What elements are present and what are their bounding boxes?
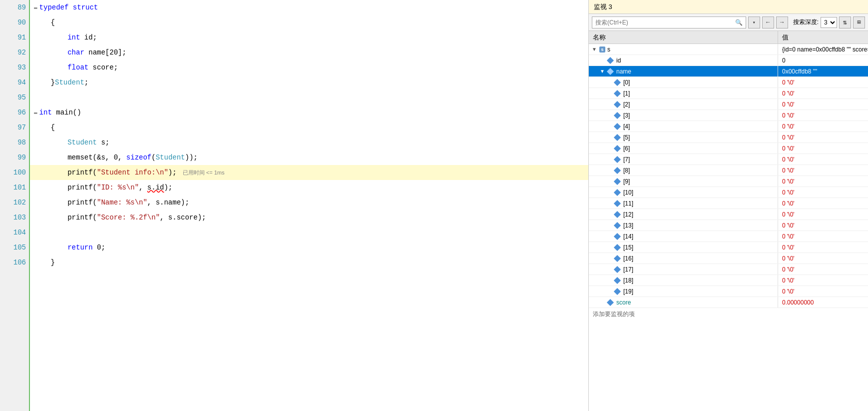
search-dropdown-btn[interactable]: ▾ [748,16,760,28]
watch-row-17[interactable]: [17] 0 '\0' [589,264,868,275]
watch-row-12[interactable]: [12] 0 '\0' [589,209,868,220]
line-100: 100 [13,165,26,180]
filter-btn[interactable]: ⇅ [839,16,851,28]
watch-row-3[interactable]: [3] 0 '\0' [589,110,868,121]
line-94: 94 [17,75,26,90]
code-line-106: } [30,255,588,270]
watch-row-id[interactable]: ▶ id 0 [589,55,868,66]
watch-row-name[interactable]: ▼ name 0x00cffdb8 "" [589,66,868,77]
line-101: 101 [13,180,26,195]
code-line-93: float score; [30,60,588,75]
watch-header: 名称 值 [589,31,868,44]
watch-name-1: [1] [589,88,778,98]
line-102: 102 [13,195,26,210]
code-line-97: { [30,120,588,135]
watch-value-id: 0 [778,57,868,64]
watch-row-0[interactable]: [0] 0 '\0' [589,77,868,88]
header-name: 名称 [589,31,778,44]
watch-row-7[interactable]: [7] 0 '\0' [589,154,868,165]
watch-row-2[interactable]: [2] 0 '\0' [589,99,868,110]
code-line-101: printf("ID: %s\n", s.id); [30,180,588,195]
watch-name-s-label: s [607,46,610,53]
code-line-100: ⇒ printf("Student info:\n"); 已用时间 <= 1ms [30,165,588,180]
squiggly-sid: s.id [147,180,164,195]
watch-row-s[interactable]: ▼ s s {id=0 name=0x00cffdb8 "" score=0.0… [589,44,868,55]
watch-name-name: ▼ name [589,66,778,76]
grid-btn[interactable]: ⊞ [853,16,865,28]
watch-row-8[interactable]: [8] 0 '\0' [589,165,868,176]
watch-row-9[interactable]: [9] 0 '\0' [589,176,868,187]
watch-value-s: {id=0 name=0x00cffdb8 "" score=0.0000000… [778,46,868,53]
watch-row-19[interactable]: [19] 0 '\0' [589,286,868,297]
line-number-gutter: 89 90 91 92 93 94 95 96 97 98 99 100 101… [0,0,30,411]
next-btn[interactable]: → [776,16,788,28]
line-91: 91 [17,30,26,45]
watch-row-18[interactable]: [18] 0 '\0' [589,275,868,286]
watch-row-16[interactable]: [16] 0 '\0' [589,253,868,264]
watch-row-15[interactable]: [15] 0 '\0' [589,242,868,253]
depth-select[interactable]: 3 1 2 4 5 [821,17,837,28]
watch-name-0: [0] [589,77,778,88]
search-input[interactable] [595,19,735,26]
code-line-89: ▬typedef struct [30,0,588,15]
code-line-105: return 0; [30,240,588,255]
code-line-96: ▬int main() [30,105,588,120]
line-90: 90 [17,15,26,30]
watch-value-score: 0.00000000 [778,299,868,306]
search-icon: 🔍 [735,19,743,26]
watch-value-name: 0x00cffdb8 "" [778,68,868,75]
collapse-96[interactable]: ▬ [34,105,37,120]
watch-name-id-label: id [616,57,621,64]
watch-row-14[interactable]: [14] 0 '\0' [589,231,868,242]
watch-row-11[interactable]: [11] 0 '\0' [589,198,868,209]
line-89: 89 [17,0,26,15]
code-line-90: { [30,15,588,30]
line-95: 95 [17,90,26,105]
code-line-95 [30,90,588,105]
search-box[interactable]: 🔍 [592,16,746,28]
code-line-91: int id; [30,30,588,45]
watch-row-10[interactable]: [10] 0 '\0' [589,187,868,198]
s-icon: s [599,46,606,53]
kw-struct: struct [73,0,98,15]
id-icon [607,57,614,64]
watch-name-s: ▼ s s [589,44,778,54]
watch-name-0-label: [0] [623,79,630,86]
line-103: 103 [13,210,26,225]
line-98: 98 [17,135,26,150]
name-icon [607,68,614,75]
code-line-102: printf("Name: %s\n", s.name); [30,195,588,210]
line-105: 105 [13,240,26,255]
watch-name-name-label: name [616,68,631,75]
watch-row-13[interactable]: [13] 0 '\0' [589,220,868,231]
code-line-103: printf("Score: %.2f\n", s.score); [30,210,588,225]
kw-typedef: typedef [39,0,69,15]
prev-btn[interactable]: ← [762,16,774,28]
watch-panel: 监视 3 🔍 ▾ ← → 搜索深度: 3 1 2 4 5 ⇅ ⊞ 名称 值 [588,0,868,411]
expand-name-btn[interactable]: ▼ [599,68,606,75]
watch-add-item[interactable]: 添加要监视的项 [589,308,868,320]
code-line-94: }Student; [30,75,588,90]
line-104: 104 [13,225,26,240]
header-value: 值 [778,31,868,44]
code-lines: ▬typedef struct { int id; char name[20];… [30,0,588,411]
expand-s-btn[interactable]: ▼ [591,46,598,53]
watch-row-4[interactable]: [4] 0 '\0' [589,121,868,132]
line-93: 93 [17,60,26,75]
watch-row-score[interactable]: ▶ score 0.00000000 [589,297,868,308]
score-icon [607,299,614,306]
time-badge: 已用时间 <= 1ms [183,165,225,180]
code-line-104 [30,225,588,240]
code-container: 89 90 91 92 93 94 95 96 97 98 99 100 101… [0,0,588,411]
watch-row-5[interactable]: [5] 0 '\0' [589,132,868,143]
depth-label: 搜索深度: [793,18,819,26]
editor-area: 89 90 91 92 93 94 95 96 97 98 99 100 101… [0,0,588,411]
idx1-icon [614,90,621,97]
line-106: 106 [13,255,26,270]
collapse-89[interactable]: ▬ [34,0,37,15]
watch-row-1[interactable]: [1] 0 '\0' [589,88,868,99]
line-96: 96 [17,105,26,120]
watch-row-6[interactable]: [6] 0 '\0' [589,143,868,154]
watch-toolbar: 🔍 ▾ ← → 搜索深度: 3 1 2 4 5 ⇅ ⊞ [589,14,868,31]
code-line-98: Student s; [30,135,588,150]
